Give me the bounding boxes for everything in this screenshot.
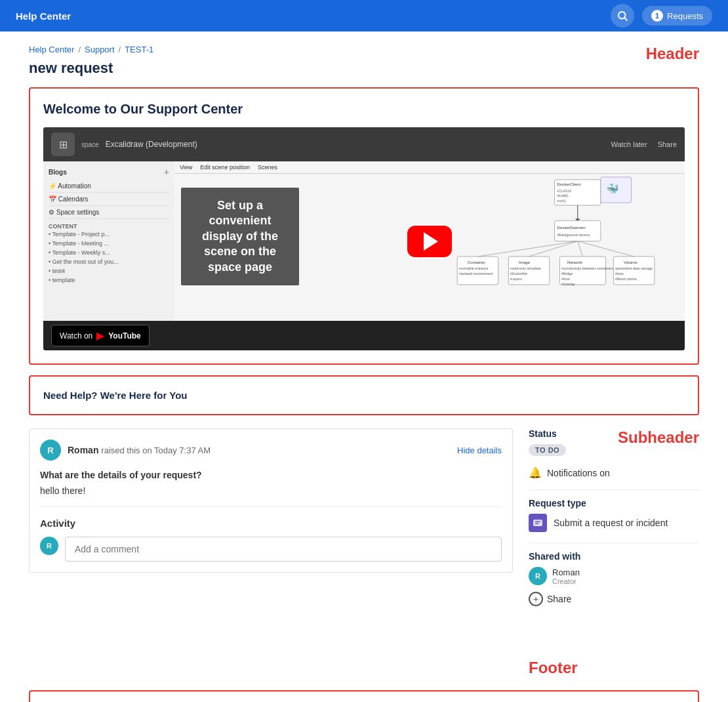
svg-line-33 (478, 241, 578, 257)
video-top-bar: ⊞ space Excalidraw (Development) Watch l… (43, 127, 685, 161)
page-title: new request (29, 60, 153, 77)
svg-text:•Background service: •Background service (557, 233, 590, 237)
share-label: Share (547, 594, 571, 604)
footer-bar: Contact us: support@example.com | Phone:… (29, 690, 699, 702)
comment-input[interactable] (65, 537, 502, 562)
request-type-row: Submit a request or incident (529, 514, 699, 532)
svg-text:•Layers: •Layers (510, 277, 523, 281)
shared-user-name: Roman (552, 568, 580, 577)
activity-section: Activity R (40, 518, 502, 562)
svg-text:Image: Image (519, 260, 531, 264)
video-bottom-bar: Watch on ▶ YouTube (43, 321, 685, 350)
sidebar-divider-2 (529, 543, 699, 543)
status-title: Status (529, 428, 566, 439)
svg-text:•read-only template: •read-only template (510, 266, 541, 270)
top-nav: Help Center 1 Requests (0, 0, 728, 31)
video-channel: Excalidraw (Development) (106, 140, 197, 149)
activity-label: Activity (40, 518, 502, 529)
welcome-banner: Welcome to Our Support Center ⊞ space Ex… (29, 87, 699, 365)
request-user-name: Roman (68, 445, 98, 455)
svg-line-35 (578, 241, 583, 257)
diagram-svg: DockerClient •CLI/GUI •build() •run() 🐳 (404, 175, 685, 318)
svg-point-0 (618, 12, 626, 19)
notifications-label: Notifications on (547, 468, 610, 478)
subheader-annotation: Subheader (618, 428, 699, 447)
share-button[interactable]: + Share (529, 592, 571, 606)
video-logo: ⊞ (51, 133, 75, 156)
hide-details-button[interactable]: Hide details (457, 445, 502, 455)
requests-label: Requests (667, 11, 703, 21)
svg-text:•run(): •run() (557, 199, 567, 203)
request-avatar: R (40, 440, 61, 461)
sidebar-automation: ⚡ Automation (49, 180, 169, 193)
svg-text:•Host: •Host (561, 277, 571, 281)
video-inner: ⊞ space Excalidraw (Development) Watch l… (43, 127, 685, 350)
request-card: R Roman raised this on Today 7:37 AM Hid… (29, 428, 513, 573)
body-area: R Roman raised this on Today 7:37 AM Hid… (29, 428, 699, 677)
bell-icon: 🔔 (529, 466, 542, 479)
svg-text:Container: Container (468, 260, 485, 264)
svg-text:•persistent data storage: •persistent data storage (615, 266, 653, 270)
svg-text:Volume: Volume (624, 260, 637, 264)
video-overlay: Set up a convenient display of the scene… (181, 188, 299, 285)
svg-line-34 (529, 241, 578, 257)
welcome-title: Welcome to Our Support Center (43, 102, 685, 117)
need-help-banner: Need Help? We're Here for You (29, 375, 699, 415)
footer-annotation: Footer (529, 659, 578, 676)
svg-text:•build(): •build() (557, 194, 569, 197)
watch-on-youtube-btn[interactable]: Watch on ▶ YouTube (51, 325, 150, 346)
video-container[interactable]: ⊞ space Excalidraw (Development) Watch l… (43, 127, 685, 350)
yt-icon: ▶ (96, 329, 104, 342)
video-space-label: space (81, 141, 99, 148)
sidebar-space-settings: ⚙ Space settings (49, 206, 169, 219)
breadcrumb-sep-1: / (78, 45, 81, 54)
shared-user-row: R Roman Creator (529, 567, 699, 585)
sidebar-calendars: 📅 Calendars (49, 193, 169, 206)
svg-text:•Host: •Host (615, 272, 624, 276)
request-message: hello there! (40, 485, 502, 496)
need-help-text: Need Help? We're Here for You (43, 390, 187, 401)
shared-user-role: Creator (552, 577, 580, 585)
request-type-value: Submit a request or incident (554, 518, 668, 528)
plus-icon: + (529, 592, 543, 606)
request-user-meta: raised this on Today 7:37 AM (101, 445, 211, 455)
header-annotation: Header (646, 45, 699, 63)
shared-with-title: Shared with (529, 551, 699, 562)
svg-text:•Mount points: •Mount points (615, 277, 637, 281)
video-share: Share (658, 140, 677, 148)
svg-text:•runnable instance: •runnable instance (459, 266, 489, 270)
breadcrumb-support[interactable]: Support (85, 45, 115, 54)
svg-line-1 (624, 18, 627, 20)
breadcrumb-home[interactable]: Help Center (29, 45, 74, 54)
search-button[interactable] (611, 4, 634, 28)
svg-text:DockerClient: DockerClient (557, 182, 581, 186)
svg-text:•isolated environment: •isolated environment (459, 272, 494, 276)
breadcrumb: Help Center / Support / TEST-1 (29, 45, 153, 54)
requests-badge: 1 (651, 10, 663, 22)
breadcrumb-test[interactable]: TEST-1 (125, 45, 153, 54)
status-badge: TO DO (529, 444, 566, 456)
shared-user-details: Roman Creator (552, 568, 580, 585)
comment-area: R (40, 537, 502, 562)
requests-button[interactable]: 1 Requests (642, 6, 712, 26)
request-question: What are the details of your request? (40, 470, 502, 480)
comment-avatar: R (40, 537, 58, 555)
svg-text:•CLI/GUI: •CLI/GUI (557, 189, 572, 193)
svg-text:•Overlay: •Overlay (561, 282, 575, 286)
svg-text:•Bridge: •Bridge (561, 272, 573, 276)
request-type-title: Request type (529, 498, 699, 508)
breadcrumb-sep-2: / (119, 45, 121, 54)
request-type-icon (529, 514, 547, 532)
status-section: Status TO DO (529, 428, 566, 466)
svg-text:•Dockerfile: •Dockerfile (510, 272, 527, 276)
video-top-controls: Watch later Share (611, 140, 677, 148)
request-section: R Roman raised this on Today 7:37 AM Hid… (29, 428, 513, 677)
request-user-details: Roman raised this on Today 7:37 AM (68, 445, 211, 455)
request-header: R Roman raised this on Today 7:37 AM Hid… (40, 440, 502, 461)
svg-text:Network: Network (567, 260, 583, 264)
svg-rect-10 (555, 220, 601, 241)
request-divider (40, 506, 502, 507)
video-content-area: ViewEdit scene positionScenes Set up a c… (174, 161, 685, 321)
svg-text:DockerDaemon: DockerDaemon (557, 225, 586, 230)
notifications-row: 🔔 Notifications on (529, 466, 699, 479)
